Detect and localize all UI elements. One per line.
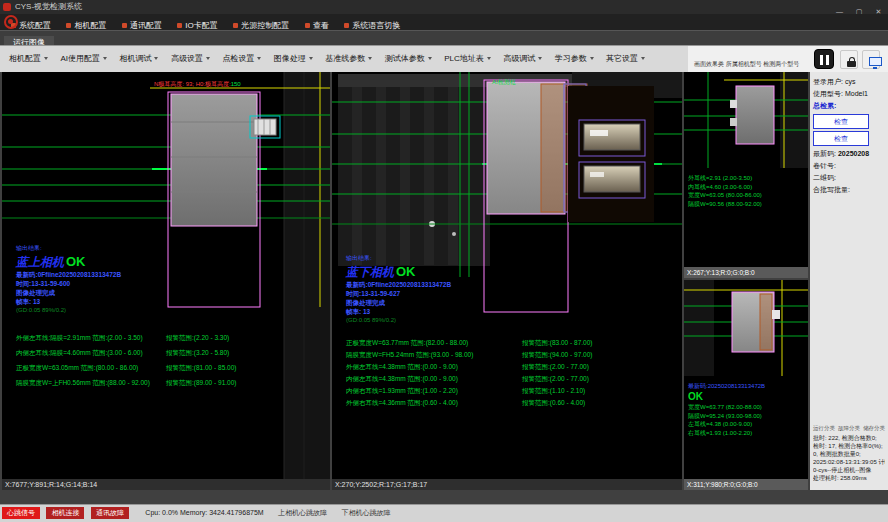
counter-box-2[interactable]: 检查: [813, 131, 869, 146]
tab-strip: 运行图像: [0, 30, 888, 45]
dropdown-caret-icon: [368, 57, 372, 60]
measure-row: 外侧左耳线=4.38mm 范围:(0.00 - 9.00)报警范围:(2.00 …: [346, 361, 666, 373]
tool-learning-params[interactable]: 学习参数: [555, 46, 594, 71]
tool-label: 高级调试: [503, 54, 535, 63]
monitor-button[interactable]: [862, 50, 880, 69]
menu-bullet-icon: [344, 23, 349, 28]
result-caption: 输出结果:: [16, 244, 330, 252]
menu-bullet-icon: [66, 23, 71, 28]
menu-label: IO卡配置: [185, 21, 217, 30]
measure-rows: 正极宽度W=63.77mm 范围:(82.00 - 88.00)报警范围:(83…: [346, 337, 666, 409]
measure-row: 内侧右耳线=1.93mm 范围:(1.00 - 2.20)报警范围:(1.10 …: [346, 385, 666, 397]
measure-rows: 外侧左耳线:隔膜=2.91mm 范围:(2.00 - 3.50)报警范围:(2.…: [16, 330, 330, 390]
dropdown-caret-icon: [257, 57, 261, 60]
stats-tab-fault[interactable]: 故障分类: [838, 425, 860, 432]
tool-image-processing[interactable]: 图像处理: [274, 46, 313, 71]
pause-icon: [820, 55, 823, 65]
info-sidebar: 登录用户:cys 使用型号:Model1 总检累: 检查 检查 最新码:2025…: [810, 72, 888, 490]
dropdown-caret-icon: [44, 57, 48, 60]
tool-plc-address[interactable]: PLC地址表: [444, 46, 491, 71]
comm-fault-indicator: 通讯故障: [91, 507, 129, 519]
dropdown-caret-icon: [538, 57, 542, 60]
thumb-info: 外耳线=2.91 (2.00-3.50) 内耳线=4.60 (3.00-6.00…: [688, 174, 762, 208]
measure-row: 外侧左耳线:隔膜=2.91mm 范围:(2.00 - 3.50)报警范围:(2.…: [16, 330, 330, 345]
tool-label: 点检设置: [222, 54, 254, 63]
camera-view-lower[interactable]: AI检测框 输出结果: 蓝下相机OK 最新码:0Ffiine2025020813…: [332, 72, 682, 490]
tool-advanced-debug[interactable]: 高级调试: [503, 46, 542, 71]
thumb-view-1[interactable]: 外耳线=2.91 (2.00-3.50) 内耳线=4.60 (3.00-6.00…: [684, 72, 808, 278]
measure-value: 外侧左耳线=4.38mm 范围:(0.00 - 9.00): [346, 363, 458, 370]
alarm-range: 报警范围:(81.00 - 85.00): [166, 360, 236, 375]
stat-line: 批时: 222, 检测合格数0;: [813, 434, 885, 442]
menu-label: 通讯配置: [130, 21, 162, 30]
toolbar-caption: 画面效果类 所属相机型号 检测两个型号: [694, 60, 799, 69]
dropdown-caret-icon: [206, 57, 210, 60]
measure-value: 正极宽度W=63.05mm 范围:(80.00 - 86.00): [16, 364, 138, 371]
thumb-line: 右耳线=1.93 (1.00-2.20): [688, 429, 765, 438]
tool-label: 测试体参数: [385, 54, 425, 63]
lock-icon: [847, 61, 856, 67]
alarm-range: 报警范围:(2.00 - 77.00): [522, 361, 589, 373]
tool-label: 基准线参数: [325, 54, 365, 63]
tool-spot-check[interactable]: 点检设置: [222, 46, 261, 71]
thumb-image[interactable]: [684, 72, 808, 168]
thumb-view-2[interactable]: 最新码:2025020813313472B OK 宽度W=63.77 (82.0…: [684, 280, 808, 490]
stat-line: 处理耗时: 258.09ms: [813, 474, 885, 482]
measure-row: 外侧右耳线=4.36mm 范围:(0.60 - 4.00)报警范围:(0.60 …: [346, 397, 666, 409]
tool-camera-debug[interactable]: 相机调试: [119, 46, 158, 71]
tool-advanced-settings[interactable]: 高级设置: [171, 46, 210, 71]
tool-label: 学习参数: [555, 54, 587, 63]
dropdown-caret-icon: [641, 57, 645, 60]
stats-tab-storage[interactable]: 储存分类: [863, 425, 885, 432]
thumb-barcode-line: 最新码:2025020813313472B: [688, 382, 765, 391]
barcode-line: 最新码:0Ffiine2025020813313472B: [346, 280, 666, 289]
tool-baseline-params[interactable]: 基准线参数: [325, 46, 372, 71]
cpu-memory-status: Cpu: 0.0% Memory: 3424.41796875M: [145, 505, 263, 521]
stats-tab-run[interactable]: 运行分类: [813, 425, 835, 432]
roll-number-label: 卷针号:: [813, 160, 885, 172]
alarm-range: 报警范围:(2.20 - 3.30): [166, 330, 229, 345]
camera-connection-indicator: 相机连接: [46, 507, 84, 519]
tool-testbody-params[interactable]: 测试体参数: [385, 46, 432, 71]
time-line: 时间:13-31-59-627: [346, 289, 666, 298]
app-logo-icon: [4, 15, 18, 29]
tool-ai-config[interactable]: AI使用配置: [60, 46, 107, 71]
menu-label: 相机配置: [74, 21, 106, 30]
heartbeat-indicator: 心跳信号: [2, 507, 40, 519]
measure-value: 正极宽度W=63.77mm 范围:(82.00 - 88.00): [346, 339, 468, 346]
thumb-image[interactable]: [684, 280, 808, 376]
menu-label: 系统配置: [19, 21, 51, 30]
counter-box-1[interactable]: 检查: [813, 114, 869, 129]
rate-line: 帧率: 13: [16, 297, 330, 306]
thumb-line: 外耳线=2.91 (2.00-3.50): [688, 174, 762, 183]
upper-camera-status: 上相机心跳故障: [278, 505, 327, 521]
pixel-status-bar: X:270;Y:2502;R:17;G:17;B:17: [332, 479, 682, 490]
result-block-lower: 输出结果: 蓝下相机OK 最新码:0Ffiine2025020813313472…: [346, 254, 666, 409]
thumb-line: 隔膜W=95.24 (93.00-98.00): [688, 412, 765, 421]
tool-other-settings[interactable]: 其它设置: [606, 46, 645, 71]
dropdown-caret-icon: [103, 57, 107, 60]
note-line: (GD:0.05 89%/0.2): [16, 306, 330, 314]
tool-label: 其它设置: [606, 54, 638, 63]
alarm-range: 报警范围:(94.00 - 97.00): [522, 349, 592, 361]
alarm-range: 报警范围:(83.00 - 87.00): [522, 337, 592, 349]
process-done-line: 图像处理完成: [16, 288, 330, 297]
measure-value: 外侧右耳线=4.36mm 范围:(0.60 - 4.00): [346, 399, 458, 406]
toolbar: 相机配置 AI使用配置 相机调试 高级设置 点检设置 图像处理 基准线参数 测试…: [0, 45, 688, 72]
menubar: 系统配置 相机配置 通讯配置 IO卡配置 光源控制配置 查看 系统语言切换: [0, 14, 888, 30]
app-icon: [3, 3, 11, 11]
window-title: CYS-视觉检测系统: [15, 0, 82, 14]
overlay-value: 150: [231, 81, 241, 87]
tool-label: 相机配置: [9, 54, 41, 63]
camera-view-upper[interactable]: N极耳高度: 93; H0:极耳高度:150 输出结果: 蓝上相机OK 最新码:…: [2, 72, 330, 490]
overlay-label: N极耳高度: 93; H0:极耳高度:: [154, 81, 231, 87]
model-row: 使用型号:Model1: [813, 88, 885, 100]
measure-value: 内侧左耳线=4.38mm 范围:(0.00 - 9.00): [346, 375, 458, 382]
ai-detect-label: AI检测框: [492, 78, 516, 87]
alarm-range: 报警范围:(0.60 - 4.00): [522, 397, 585, 409]
lock-button[interactable]: [840, 50, 858, 69]
pause-button[interactable]: [814, 49, 834, 69]
tool-camera-config[interactable]: 相机配置: [9, 46, 48, 71]
menu-bullet-icon: [305, 23, 310, 28]
menu-bullet-icon: [233, 23, 238, 28]
